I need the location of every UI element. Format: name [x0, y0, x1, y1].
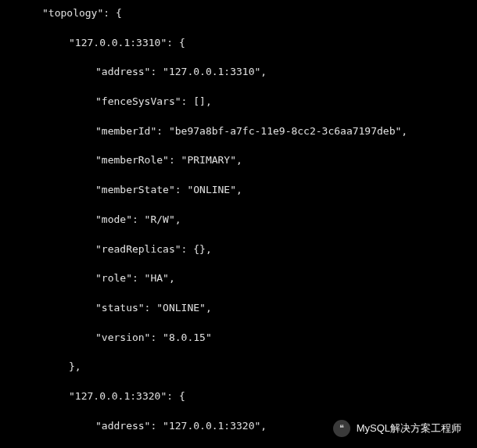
code-block: "topology": { "127.0.0.1:3310": { "addre…	[0, 6, 477, 448]
code-line: "memberId": "be97a8bf-a7fc-11e9-8cc2-3c6…	[0, 124, 477, 139]
code-line: },	[0, 360, 477, 375]
wechat-icon: ❝	[333, 420, 350, 437]
code-line: "topology": {	[0, 6, 477, 21]
code-line: "role": "HA",	[0, 271, 477, 286]
watermark-badge: ❝ MySQL解决方案工程师	[333, 420, 461, 437]
code-line: "fenceSysVars": [],	[0, 95, 477, 109]
code-line: "memberState": "ONLINE",	[0, 183, 477, 198]
code-line: "127.0.0.1:3310": {	[0, 36, 477, 51]
code-line: "address": "127.0.0.1:3310",	[0, 65, 477, 80]
code-line: "version": "8.0.15"	[0, 331, 477, 346]
code-line: "readReplicas": {},	[0, 242, 477, 257]
code-line: "127.0.0.1:3320": {	[0, 389, 477, 404]
code-line: "memberRole": "PRIMARY",	[0, 153, 477, 168]
code-line: "mode": "R/W",	[0, 213, 477, 228]
code-line: "status": "ONLINE",	[0, 301, 477, 316]
watermark-label: MySQL解决方案工程师	[357, 421, 461, 436]
